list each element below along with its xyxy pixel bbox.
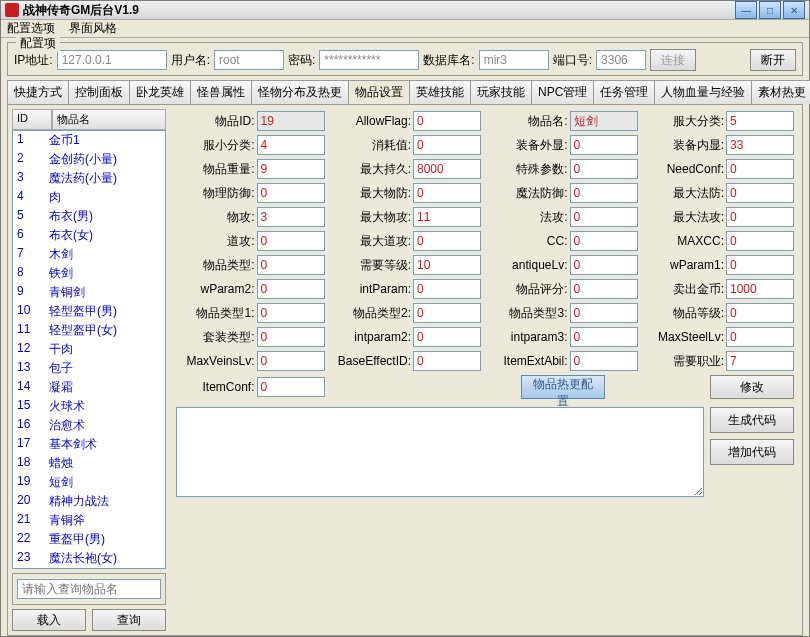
field-input[interactable]	[257, 255, 325, 275]
field-input[interactable]	[570, 279, 638, 299]
menu-style[interactable]: 界面风格	[69, 20, 117, 37]
field-input[interactable]	[413, 231, 481, 251]
maximize-button[interactable]: □	[759, 1, 781, 19]
field-input[interactable]	[257, 135, 325, 155]
field-input[interactable]	[570, 111, 638, 131]
list-item[interactable]: 6布衣(女)	[13, 226, 165, 245]
pass-input[interactable]	[319, 50, 419, 70]
list-item[interactable]: 23魔法长袍(女)	[13, 549, 165, 568]
field-input[interactable]	[257, 279, 325, 299]
list-item[interactable]: 13包子	[13, 359, 165, 378]
field-input[interactable]	[570, 183, 638, 203]
tab-9[interactable]: 任务管理	[593, 80, 655, 104]
search-input[interactable]	[17, 579, 161, 599]
field-input[interactable]	[413, 255, 481, 275]
modify-button[interactable]: 修改	[710, 375, 794, 399]
hdr-name[interactable]: 物品名	[52, 109, 166, 130]
list-item[interactable]: 20精神力战法	[13, 492, 165, 511]
tab-3[interactable]: 怪兽属性	[190, 80, 252, 104]
field-input[interactable]	[413, 111, 481, 131]
list-item[interactable]: 2金创药(小量)	[13, 150, 165, 169]
ip-input[interactable]	[57, 50, 167, 70]
list-item[interactable]: 21青铜斧	[13, 511, 165, 530]
field-input[interactable]	[413, 351, 481, 371]
field-input[interactable]	[413, 135, 481, 155]
field-input[interactable]	[257, 377, 325, 397]
field-input[interactable]	[570, 135, 638, 155]
tab-8[interactable]: NPC管理	[531, 80, 594, 104]
connect-button[interactable]: 连接	[650, 49, 696, 71]
field-input[interactable]	[570, 231, 638, 251]
field-input[interactable]	[726, 159, 794, 179]
field-input[interactable]	[413, 279, 481, 299]
field-input[interactable]	[257, 111, 325, 131]
hdr-id[interactable]: ID	[12, 109, 52, 130]
list-item[interactable]: 12干肉	[13, 340, 165, 359]
tab-6[interactable]: 英雄技能	[409, 80, 471, 104]
db-input[interactable]	[479, 50, 549, 70]
field-input[interactable]	[726, 351, 794, 371]
list-item[interactable]: 18蜡烛	[13, 454, 165, 473]
list-item[interactable]: 14凝霜	[13, 378, 165, 397]
query-button[interactable]: 查询	[92, 609, 166, 631]
list-item[interactable]: 8铁剑	[13, 264, 165, 283]
field-input[interactable]	[413, 327, 481, 347]
field-input[interactable]	[726, 207, 794, 227]
hot-update-button[interactable]: 物品热更配置	[521, 375, 605, 399]
list-item[interactable]: 3魔法药(小量)	[13, 169, 165, 188]
tab-0[interactable]: 快捷方式	[7, 80, 69, 104]
list-item[interactable]: 22重盔甲(男)	[13, 530, 165, 549]
field-input[interactable]	[726, 303, 794, 323]
list-item[interactable]: 16治愈术	[13, 416, 165, 435]
tab-11[interactable]: 素材热更	[751, 80, 810, 104]
list-item[interactable]: 11轻型盔甲(女)	[13, 321, 165, 340]
field-input[interactable]	[570, 159, 638, 179]
field-input[interactable]	[257, 207, 325, 227]
tab-4[interactable]: 怪物分布及热更	[251, 80, 349, 104]
field-input[interactable]	[257, 327, 325, 347]
field-input[interactable]	[570, 255, 638, 275]
close-button[interactable]: ✕	[783, 1, 805, 19]
item-list[interactable]: 1金币12金创药(小量)3魔法药(小量)4肉5布衣(男)6布衣(女)7木剑8铁剑…	[12, 130, 166, 569]
minimize-button[interactable]: —	[735, 1, 757, 19]
field-input[interactable]	[413, 207, 481, 227]
list-item[interactable]: 17基本剑术	[13, 435, 165, 454]
tab-1[interactable]: 控制面板	[68, 80, 130, 104]
field-input[interactable]	[726, 279, 794, 299]
field-input[interactable]	[413, 303, 481, 323]
field-input[interactable]	[726, 135, 794, 155]
field-input[interactable]	[570, 351, 638, 371]
output-textarea[interactable]	[176, 407, 704, 497]
field-input[interactable]	[257, 159, 325, 179]
load-button[interactable]: 载入	[12, 609, 86, 631]
field-input[interactable]	[257, 303, 325, 323]
list-item[interactable]: 15火球术	[13, 397, 165, 416]
list-item[interactable]: 10轻型盔甲(男)	[13, 302, 165, 321]
list-item[interactable]: 1金币1	[13, 131, 165, 150]
list-item[interactable]: 19短剑	[13, 473, 165, 492]
field-input[interactable]	[726, 183, 794, 203]
tab-5[interactable]: 物品设置	[348, 80, 410, 104]
field-input[interactable]	[570, 303, 638, 323]
field-input[interactable]	[726, 111, 794, 131]
field-input[interactable]	[413, 183, 481, 203]
tab-10[interactable]: 人物血量与经验	[654, 80, 752, 104]
port-input[interactable]	[596, 50, 646, 70]
tab-7[interactable]: 玩家技能	[470, 80, 532, 104]
tab-2[interactable]: 卧龙英雄	[129, 80, 191, 104]
field-input[interactable]	[726, 327, 794, 347]
list-item[interactable]: 5布衣(男)	[13, 207, 165, 226]
field-input[interactable]	[257, 183, 325, 203]
disconnect-button[interactable]: 断开	[750, 49, 796, 71]
add-code-button[interactable]: 增加代码	[710, 439, 794, 465]
list-item[interactable]: 4肉	[13, 188, 165, 207]
field-input[interactable]	[570, 327, 638, 347]
list-item[interactable]: 9青铜剑	[13, 283, 165, 302]
field-input[interactable]	[570, 207, 638, 227]
field-input[interactable]	[257, 351, 325, 371]
field-input[interactable]	[413, 159, 481, 179]
field-input[interactable]	[257, 231, 325, 251]
field-input[interactable]	[726, 231, 794, 251]
gen-code-button[interactable]: 生成代码	[710, 407, 794, 433]
field-input[interactable]	[726, 255, 794, 275]
